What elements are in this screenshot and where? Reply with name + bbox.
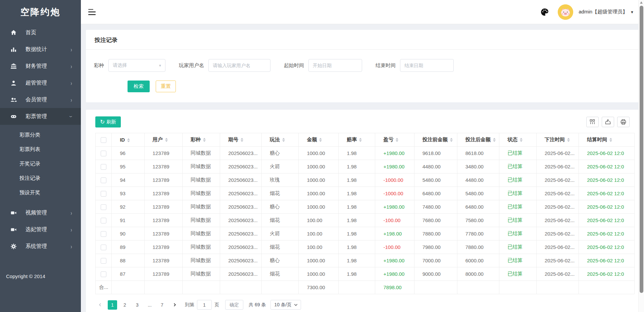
- theme-palette-icon[interactable]: [540, 8, 549, 16]
- row-checkbox[interactable]: [101, 231, 106, 237]
- page-button-2[interactable]: 2: [120, 300, 130, 310]
- row-checkbox[interactable]: [101, 191, 106, 197]
- total-row: 合...7300.007898.00: [96, 281, 635, 294]
- cell-issue: 202506023...: [220, 160, 261, 173]
- page-button-1[interactable]: 1: [108, 300, 117, 310]
- column-header-结算时间[interactable]: 结算时间: [579, 133, 635, 147]
- total-empty-cell: [579, 281, 635, 294]
- sidebar-item-彩票管理[interactable]: 彩票管理›: [0, 108, 81, 125]
- sort-icon[interactable]: [520, 138, 523, 142]
- column-header-盈亏[interactable]: 盈亏: [375, 133, 414, 147]
- total-empty-cell: [339, 281, 375, 294]
- cell-status: 已结算: [499, 267, 537, 281]
- row-checkbox[interactable]: [101, 271, 106, 277]
- sort-icon[interactable]: [609, 138, 612, 142]
- cell-before: 7680.00: [414, 214, 457, 227]
- row-checkbox[interactable]: [101, 177, 106, 183]
- scrollbar-thumb[interactable]: [640, 6, 643, 293]
- start-date-input[interactable]: [308, 59, 362, 72]
- row-checkbox[interactable]: [101, 218, 106, 223]
- sort-icon[interactable]: [203, 138, 206, 142]
- page-button-3[interactable]: 3: [133, 300, 142, 310]
- sort-icon[interactable]: [396, 138, 398, 142]
- username-input[interactable]: [208, 59, 270, 72]
- next-page-button[interactable]: [170, 300, 179, 310]
- table-row-94: 94123789同城数据202506023...玫瑰1000.001.98-10…: [96, 173, 635, 187]
- scroll-up-arrow-icon[interactable]: [640, 1, 643, 4]
- cell-profit: -1000.00: [375, 173, 414, 187]
- reset-button[interactable]: 重置: [156, 81, 176, 92]
- sidebar-item-选妃管理[interactable]: 选妃管理›: [0, 221, 81, 238]
- sidebar-item-会员管理[interactable]: 会员管理›: [0, 91, 81, 108]
- column-header-下注时间[interactable]: 下注时间: [536, 133, 579, 147]
- sidebar-item-超管管理[interactable]: 超管管理›: [0, 74, 81, 91]
- page-button-7[interactable]: 7: [157, 300, 167, 310]
- sort-icon[interactable]: [241, 138, 243, 142]
- sidebar-subitem-投注记录[interactable]: 投注记录: [0, 171, 81, 185]
- chevron-right-icon: ›: [68, 116, 75, 117]
- sidebar-item-系统管理[interactable]: 系统管理›: [0, 238, 81, 255]
- column-header-状态[interactable]: 状态: [499, 133, 537, 147]
- filter-row: 彩种 请选择 ▼ 玩家用户名 起始时间: [86, 50, 639, 72]
- prev-page-button[interactable]: [95, 300, 105, 310]
- cell-bet_time: 2025-06-02...: [536, 200, 579, 214]
- table-row-89: 89123789同城数据202506023...烟花100.001.98-100…: [96, 241, 635, 254]
- column-header-玩法[interactable]: 玩法: [261, 133, 299, 147]
- sort-icon[interactable]: [359, 138, 362, 142]
- user-menu[interactable]: admin【超级管理员】 ▼: [579, 9, 634, 15]
- export-button[interactable]: [602, 117, 614, 127]
- sidebar-item-数据统计[interactable]: 数据统计›: [0, 41, 81, 58]
- search-button[interactable]: 检索: [128, 81, 150, 92]
- sidebar-subitem-彩票分类[interactable]: 彩票分类: [0, 127, 81, 142]
- sidebar-item-财务管理[interactable]: 财务管理›: [0, 58, 81, 74]
- sidebar-item-首页[interactable]: 首页: [0, 24, 81, 41]
- row-checkbox[interactable]: [101, 204, 106, 210]
- chevron-right-icon: ›: [71, 46, 72, 53]
- sidebar-subitem-彩票列表[interactable]: 彩票列表: [0, 142, 81, 156]
- column-header-期号[interactable]: 期号: [220, 133, 261, 147]
- column-header-赔率[interactable]: 赔率: [339, 133, 375, 147]
- sort-icon[interactable]: [493, 138, 496, 142]
- page-scrollbar[interactable]: [638, 0, 644, 312]
- sort-icon[interactable]: [282, 138, 285, 142]
- cell-profit: +1980.00: [375, 160, 414, 173]
- sort-icon[interactable]: [127, 138, 130, 143]
- columns-toggle-button[interactable]: [586, 117, 599, 127]
- end-date-input[interactable]: [400, 59, 454, 72]
- goto-confirm-button[interactable]: 确定: [225, 300, 243, 310]
- refresh-button[interactable]: ↻ 刷新: [95, 116, 121, 127]
- goto-page-input[interactable]: [197, 300, 212, 310]
- menu-toggle-icon[interactable]: [88, 9, 96, 15]
- row-checkbox[interactable]: [101, 258, 106, 264]
- sort-icon[interactable]: [567, 138, 570, 142]
- sort-icon[interactable]: [165, 138, 168, 142]
- column-header-彩种[interactable]: 彩种: [182, 133, 220, 147]
- row-checkbox[interactable]: [101, 151, 106, 156]
- page-size-select[interactable]: 10 条/页: [270, 300, 301, 310]
- total-profit: 7898.00: [375, 281, 414, 294]
- row-checkbox[interactable]: [101, 245, 106, 250]
- lottery-filter-group: 彩种 请选择 ▼: [94, 59, 165, 72]
- sidebar-item-视频管理[interactable]: 视频管理›: [0, 204, 81, 221]
- lottery-select[interactable]: 请选择 ▼: [108, 59, 165, 72]
- video-icon: [10, 226, 17, 233]
- column-header-投注前金额[interactable]: 投注前金额: [414, 133, 457, 147]
- sort-icon[interactable]: [450, 138, 453, 142]
- user-avatar[interactable]: [558, 4, 573, 20]
- sidebar-subitem-开奖记录[interactable]: 开奖记录: [0, 156, 81, 171]
- sort-icon[interactable]: [319, 138, 322, 142]
- cell-after: 8618.00: [457, 147, 499, 160]
- cell-amount: 1000.00: [299, 267, 339, 281]
- print-button[interactable]: [617, 117, 630, 127]
- cell-issue: 202506023...: [220, 254, 261, 267]
- column-header-用户[interactable]: 用户: [144, 133, 182, 147]
- cell-status: 已结算: [499, 227, 537, 241]
- row-checkbox[interactable]: [101, 164, 106, 170]
- column-header-ID[interactable]: ID: [112, 133, 144, 147]
- sidebar-subitem-预设开奖[interactable]: 预设开奖: [0, 185, 81, 200]
- column-header-投注后金额[interactable]: 投注后金额: [457, 133, 499, 147]
- select-all-checkbox[interactable]: [101, 137, 106, 143]
- total-count-label: 共 69 条: [249, 302, 266, 308]
- column-header-金额[interactable]: 金额: [299, 133, 339, 147]
- table-row-88: 88123789同城数据202506023...糖心1000.001.98+19…: [96, 254, 635, 267]
